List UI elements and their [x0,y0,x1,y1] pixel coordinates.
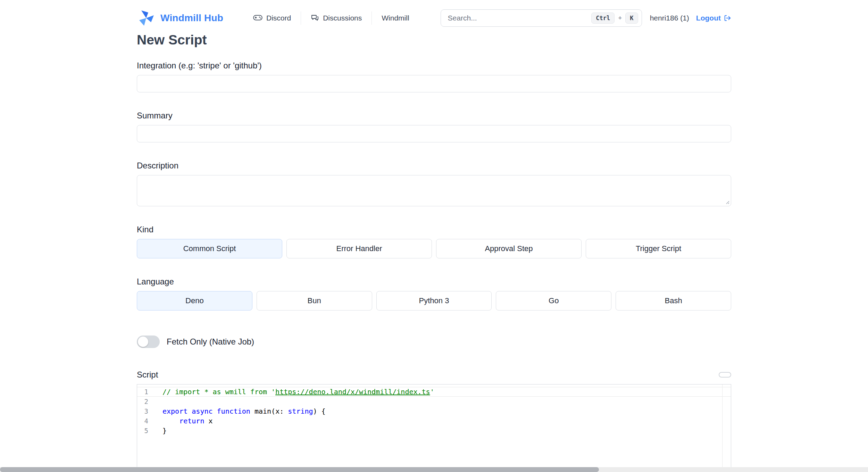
fetch-only-row: Fetch Only (Native Job) [137,336,731,348]
language-option-go[interactable]: Go [496,291,611,310]
script-header-row: Script [137,370,731,380]
windmill-hub-page: { "header": { "brand": "Windmill Hub", "… [0,0,868,472]
header-right-group: henri186 (1) Logout [650,14,731,22]
kind-option-common-script[interactable]: Common Script [137,239,282,258]
line-number: 1 [137,387,148,397]
horizontal-scrollbar-thumb[interactable] [0,467,599,472]
summary-section: Summary [137,110,731,142]
discussion-icon [311,14,319,22]
nav-item-label: Discord [266,14,291,22]
nav-item-discord[interactable]: Discord [243,11,301,25]
header-nav: Discord Discussions Windmill [243,11,419,25]
code-line: 2 [137,397,731,406]
script-label: Script [137,370,158,380]
description-textarea-wrap [137,175,731,206]
code-content [148,397,162,406]
logout-link[interactable]: Logout [696,14,731,22]
language-option-python3[interactable]: Python 3 [376,291,492,310]
top-navigation-bar: Windmill Hub Discord Discussions [137,0,731,27]
language-option-bash[interactable]: Bash [616,291,731,310]
integration-input[interactable] [137,75,731,92]
logout-label: Logout [696,14,721,22]
username-label: henri186 (1) [650,14,689,22]
description-textarea[interactable] [137,175,731,206]
code-content: export async function main(x: string) { [148,406,326,416]
line-number: 2 [137,397,148,406]
language-option-bun[interactable]: Bun [257,291,372,310]
integration-section: Integration (e.g: 'stripe' or 'github') [137,60,731,92]
brand-name: Windmill Hub [160,13,223,24]
brand-link[interactable]: Windmill Hub [137,10,223,26]
nav-item-discussions[interactable]: Discussions [301,11,372,25]
code-content: // import * as wmill from 'https://deno.… [148,387,434,397]
fetch-only-toggle[interactable] [137,336,160,348]
logout-icon [724,14,731,22]
toggle-knob [138,337,148,347]
summary-label: Summary [137,110,731,121]
search-input[interactable] [447,14,588,23]
page-title: New Script [137,32,731,48]
line-number: 3 [137,406,148,416]
description-label: Description [137,160,731,171]
nav-item-label: Discussions [323,14,362,22]
code-line: 3 export async function main(x: string) … [137,406,731,416]
line-number: 4 [137,416,148,426]
line-number: 5 [137,426,148,436]
kind-option-error-handler[interactable]: Error Handler [286,239,432,258]
language-option-deno[interactable]: Deno [137,291,252,310]
code-line: 1 // import * as wmill from 'https://den… [137,387,731,397]
code-content: return x [148,416,213,426]
horizontal-scrollbar-track[interactable] [0,467,868,472]
code-editor[interactable]: 1 // import * as wmill from 'https://den… [137,384,731,472]
editor-scrollbar-divider [722,384,723,472]
search-box: Ctrl + K [441,9,642,27]
language-label: Language [137,276,731,287]
editor-widget-pill [719,372,731,378]
kind-label: Kind [137,224,731,235]
resize-handle-icon [725,199,729,204]
summary-input[interactable] [137,125,731,142]
code-line: 5 } [137,426,731,436]
nav-item-windmill[interactable]: Windmill [372,11,419,25]
kind-option-approval-step[interactable]: Approval Step [436,239,582,258]
kind-section: Kind Common Script Error Handler Approva… [137,224,731,258]
kind-options: Common Script Error Handler Approval Ste… [137,239,731,258]
nav-item-label: Windmill [382,14,409,22]
kind-option-trigger-script[interactable]: Trigger Script [586,239,731,258]
ctrl-key-badge: Ctrl [591,13,615,24]
language-section: Language Deno Bun Python 3 Go Bash [137,276,731,310]
gamepad-icon [253,15,262,22]
k-key-badge: K [625,13,638,24]
fetch-only-label: Fetch Only (Native Job) [167,337,254,347]
windmill-logo-icon [137,10,156,26]
shortcut-separator: + [618,14,622,22]
code-content: } [148,426,167,436]
language-options: Deno Bun Python 3 Go Bash [137,291,731,310]
integration-label: Integration (e.g: 'stripe' or 'github') [137,60,731,71]
code-line: 4 return x [137,416,731,426]
description-section: Description [137,160,731,206]
